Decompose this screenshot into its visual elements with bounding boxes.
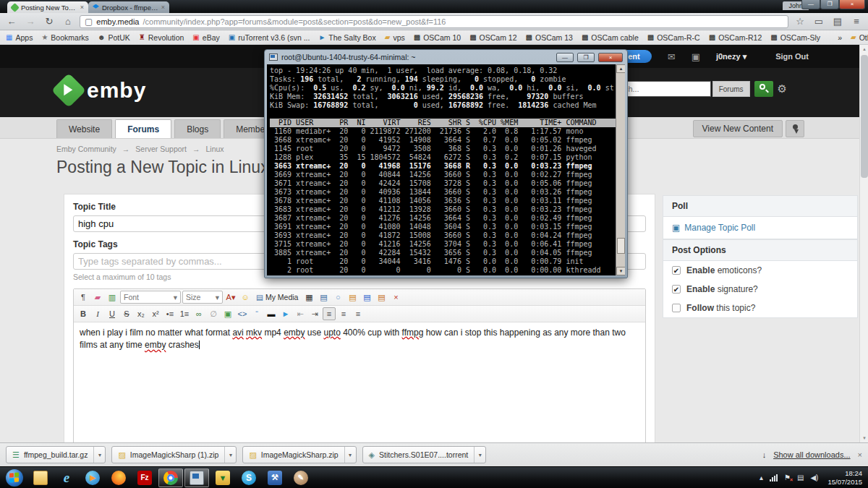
reload-button[interactable]: ↻ [42,16,56,27]
manage-topic-poll-link[interactable]: ▣ Manage Topic Poll [663,217,857,239]
download-item-main[interactable]: ◈Stitchers.S01E07....torrent [363,447,475,463]
downloads-bar-close-icon[interactable]: × [858,450,862,459]
clipboard-icon[interactable]: ▤ [797,474,804,481]
back-button[interactable]: ← [4,16,19,27]
download-item[interactable]: ◈Stitchers.S01E07....torrent▾ [362,446,487,463]
bold-icon[interactable]: B [77,307,90,320]
notifications-icon[interactable]: ▣ [692,51,700,62]
window-maximize-button[interactable]: ❐ [820,0,839,9]
bookmark-item[interactable]: ▩OSCam-R-C [647,33,700,42]
show-blocks-icon[interactable]: ¶ [77,291,90,304]
download-item-menu-icon[interactable]: ▾ [344,447,356,463]
tray-clock[interactable]: 18:24 15/07/2015 [825,469,862,487]
subscript-icon[interactable]: x₂ [135,307,148,320]
network-icon[interactable] [770,474,778,481]
action-center-icon[interactable]: ⚑× [784,474,791,481]
box-word-icon[interactable]: ▤ [375,291,388,304]
my-media-button[interactable]: ▤My Media [253,291,301,304]
tab-blogs[interactable]: Blogs [174,119,221,138]
media-player-icon[interactable]: ▶ [80,468,105,487]
bookmark-item[interactable]: ▰vps [385,33,405,42]
link-icon[interactable]: ∞ [192,307,205,320]
unlink-icon[interactable]: ∅ [207,307,220,320]
italic-icon[interactable]: I [91,307,104,320]
tweet-icon[interactable]: ► [279,307,292,320]
putty-terminal-window[interactable]: root@Ubuntu-1404-trusty-64-minimal: ~ — … [264,49,628,278]
putty-icon[interactable] [184,468,209,487]
tab-forums[interactable]: Forums [115,119,171,138]
breadcrumb-item[interactable]: Linux [205,145,224,153]
bookmark-item[interactable]: ★Bookmarks [41,33,88,42]
download-item-menu-icon[interactable]: ▾ [93,447,105,463]
menu-icon[interactable]: ≡ [849,16,864,27]
box-blue-icon[interactable]: ▤ [360,291,373,304]
bookmark-item[interactable]: ▣eBay [192,33,219,42]
emoticons-icon[interactable]: ☺ [239,291,252,304]
window-minimize-button[interactable]: — [801,0,820,9]
table-icon[interactable]: ▦ [302,291,315,304]
terminal-titlebar[interactable]: root@Ubuntu-1404-trusty-64-minimal: ~ — … [265,50,627,64]
eraser-icon[interactable]: ▰ [91,291,104,304]
scroll-up-icon[interactable]: ▴ [860,46,868,52]
bookmark-item[interactable]: ▩OSCam 12 [469,33,516,42]
terminal-close-button[interactable]: × [598,53,623,62]
bookmark-item[interactable]: ▩OSCam-Sly [770,33,820,42]
paste-icon[interactable]: ▥ [106,291,119,304]
terminal-maximize-button[interactable]: ❐ [577,53,595,62]
download-item-main[interactable]: ▨ImageMagickSharp (1).zip [112,447,224,463]
bookmark-item[interactable]: ▦Apps [6,33,33,42]
checkbox[interactable]: ✔ [672,285,681,294]
bookmark-star-icon[interactable]: ☆ [793,16,807,27]
quote-icon[interactable]: “ [250,307,263,320]
terminal-scroll-down[interactable]: ▾ [616,267,625,275]
box-orange-icon[interactable]: ▤ [346,291,359,304]
bookmark-item[interactable]: ▩OSCam cable [582,33,639,42]
image-icon[interactable]: ▣ [221,307,234,320]
home-button[interactable]: ⌂ [61,16,75,27]
align-center-icon[interactable]: ≡ [337,307,350,320]
chrome-icon[interactable] [158,468,183,487]
bookmark-item[interactable]: ♜Revolution [139,33,184,42]
emby-logo[interactable]: emby [56,78,146,103]
download-item-main[interactable]: ☰ffmpeg_build.tar.gz [7,447,93,463]
search-scope-button[interactable]: Forums [712,81,750,97]
volume-icon[interactable]: ◀) [810,474,818,481]
breadcrumb-item[interactable]: Emby Community [56,145,116,153]
remove-format-icon[interactable]: × [389,291,402,304]
underline-icon[interactable]: U [106,307,119,320]
firefox-icon[interactable] [106,468,131,487]
other-bookmarks-button[interactable]: ▰Other bookmarks [851,33,868,42]
tab-close-icon[interactable]: × [161,4,165,11]
bookmark-item[interactable]: ▩OSCam 10 [414,33,461,42]
outdent-icon[interactable]: ⇤ [294,307,307,320]
messages-icon[interactable]: ✉ [668,51,676,62]
user-menu[interactable]: j0nezy ▾ [716,52,746,61]
bullet-list-icon[interactable]: •≡ [163,307,176,320]
show-all-downloads-link[interactable]: Show all downloads... [773,450,850,459]
text-color-icon[interactable]: A▾ [224,291,237,304]
location-pin-button[interactable] [786,120,804,137]
numbered-list-icon[interactable]: 1≡ [178,307,191,320]
explorer-icon[interactable] [28,468,53,487]
bookmark-item[interactable]: ▩OSCam 13 [526,33,573,42]
page-scrollbar[interactable]: ▴ ▾ [859,45,868,442]
checkbox[interactable]: ✔ [672,266,681,275]
filezilla-icon[interactable]: Fz [132,468,157,487]
font-select[interactable]: Font▾ [120,291,181,304]
browser-tab[interactable]: Dropbox - ffmpeg_build.t× [88,1,169,13]
download-item[interactable]: ▨ImageMagickSharp.zip▾ [242,446,356,463]
sign-out-link[interactable]: Sign Out [775,52,809,61]
window-close-button[interactable]: × [839,0,865,9]
skype-icon[interactable]: S [237,468,261,487]
gear-icon[interactable]: ⚙ [778,82,787,95]
gimp-icon[interactable]: ✎ [289,468,313,487]
bookmark-item[interactable]: ►The Salty Box [318,33,375,42]
terminal-scroll-thumb[interactable] [617,238,625,254]
download-item[interactable]: ☰ffmpeg_build.tar.gz▾ [6,446,106,463]
tool-icon[interactable]: ⚒ [263,468,287,487]
editor-content[interactable]: when i play i film no matter what format… [74,322,645,442]
superscript-icon[interactable]: x² [149,307,162,320]
media-icon[interactable]: ▤ [317,291,330,304]
align-left-icon[interactable]: ≡ [323,307,336,320]
bookmark-item[interactable]: ▣ruTorrent v3.6 (svn ... [229,33,310,42]
